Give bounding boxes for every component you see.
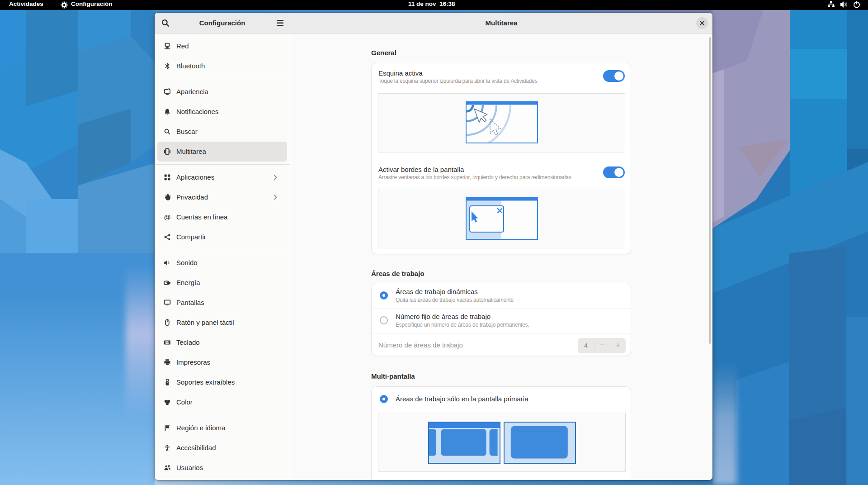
svg-text:@: @ [164, 214, 171, 221]
